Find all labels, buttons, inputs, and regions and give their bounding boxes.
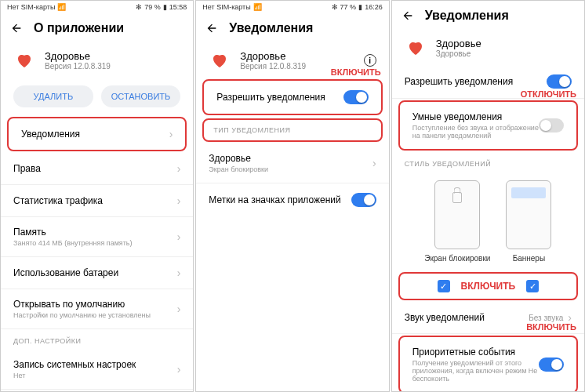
rights-item[interactable]: Права › <box>1 153 193 185</box>
app-icon <box>405 37 427 59</box>
phone-3: Уведомления Здоровье Здоровье Разрешить … <box>391 0 585 392</box>
battery-icon: ▮ <box>163 3 167 11</box>
battery-text: 77 % <box>340 3 357 11</box>
preview-lock[interactable]: Экран блокировки <box>424 180 490 263</box>
back-icon[interactable] <box>402 9 414 22</box>
item-label: Разрешить уведомления <box>405 76 547 87</box>
stop-button[interactable]: ОСТАНОВИТЬ <box>101 85 181 107</box>
item-label: Здоровье <box>209 153 372 164</box>
memory-item[interactable]: ПамятьЗанято 414 МБ (внутренняя память) … <box>1 217 193 257</box>
info-icon[interactable]: i <box>364 54 376 67</box>
header: Уведомления <box>196 13 388 43</box>
item-label: Права <box>13 163 177 174</box>
smart-toggle[interactable] <box>539 118 564 132</box>
item-sub: Экран блокировки <box>209 165 372 173</box>
page-title: О приложении <box>34 21 124 35</box>
traffic-item[interactable]: Статистика трафика › <box>1 185 193 217</box>
button-row: УДАЛИТЬ ОСТАНОВИТЬ <box>1 78 193 115</box>
preview-label: Баннеры <box>513 254 545 263</box>
bt-icon: ✻ <box>136 3 142 11</box>
app-version: Версия 12.0.8.319 <box>45 62 180 71</box>
delete-button[interactable]: УДАЛИТЬ <box>13 85 93 107</box>
priority-item[interactable]: Приоритетные событияПолучение уведомлени… <box>400 337 576 392</box>
highlight-notifications: Уведомления › <box>7 117 187 151</box>
chevron-icon: › <box>177 303 181 315</box>
status-bar: Нет SIM-карты📶 ✻77 %▮16:26 <box>196 1 388 13</box>
highlight-smart: Умные уведомленияПоступление без звука и… <box>398 100 578 151</box>
item-label: Уведомления <box>21 129 169 140</box>
allow-notifications-item[interactable]: Разрешить уведомления <box>204 81 380 114</box>
status-bar: Нет SIM-карты📶 ✻79 %▮15:58 <box>1 1 193 13</box>
allow-toggle[interactable] <box>343 90 369 104</box>
priority-toggle[interactable] <box>539 358 564 372</box>
chevron-icon: › <box>169 128 173 140</box>
time: 15:58 <box>169 3 187 11</box>
item-sub: Нет <box>13 372 177 379</box>
chevron-icon: › <box>177 162 181 175</box>
wifi-icon: 📶 <box>57 3 66 11</box>
enable-text: ВКЛЮЧИТЬ <box>461 281 516 292</box>
battery-icon: ▮ <box>358 3 362 11</box>
smart-item[interactable]: Умные уведомленияПоступление без звука и… <box>400 102 576 149</box>
app-row: Здоровье Здоровье <box>392 31 584 65</box>
notifications-item[interactable]: Уведомления › <box>9 118 185 150</box>
back-icon[interactable] <box>10 22 23 34</box>
section-label: ТИП УВЕДОМЛЕНИЯ <box>204 120 380 140</box>
sim-status: Нет SIM-карты <box>7 3 55 11</box>
highlight-priority: Приоритетные событияПолучение уведомлени… <box>398 336 578 392</box>
page-title: Уведомления <box>229 21 313 35</box>
back-icon[interactable] <box>205 22 218 34</box>
battery-text: 79 % <box>144 3 161 11</box>
item-sub: Настройки по умолчанию не установлены <box>13 311 177 319</box>
time: 16:26 <box>365 3 383 11</box>
phone-1: Нет SIM-карты📶 ✻79 %▮15:58 О приложении … <box>0 0 194 392</box>
wifi-icon: 📶 <box>253 3 262 11</box>
section-label: СТИЛЬ УВЕДОМЛЕНИЙ <box>392 152 584 172</box>
item-label: Приоритетные события <box>412 347 539 358</box>
app-sub: Здоровье <box>436 49 572 58</box>
item-label: Разрешить уведомления <box>216 92 343 103</box>
phone-2: Нет SIM-карты📶 ✻77 %▮16:26 Уведомления З… <box>195 0 389 392</box>
health-item[interactable]: ЗдоровьеЭкран блокировки › <box>196 143 388 183</box>
annotation-disable: ОТКЛЮЧИТЬ <box>521 89 576 99</box>
app-name: Здоровье <box>240 50 354 62</box>
highlight-type: ТИП УВЕДОМЛЕНИЯ <box>202 118 382 142</box>
item-label: Запись системных настроек <box>13 359 177 370</box>
item-label: Память <box>13 227 177 238</box>
syslog-item[interactable]: Запись системных настроекНет › <box>1 350 193 390</box>
header: О приложении <box>1 13 193 43</box>
lock-preview-icon <box>434 180 480 249</box>
lock-checkbox[interactable]: ✓ <box>438 280 450 292</box>
item-label: Метки на значках приложений <box>209 194 351 205</box>
chevron-icon: › <box>177 194 181 207</box>
sim-status: Нет SIM-карты <box>202 3 250 11</box>
highlight-checks: ✓ ВКЛЮЧИТЬ ✓ <box>398 272 578 300</box>
banner-preview-icon <box>506 180 551 249</box>
app-icon <box>209 49 231 71</box>
app-row: Здоровье Версия 12.0.8.319 <box>1 43 193 78</box>
item-label: Открывать по умолчанию <box>13 299 177 310</box>
item-sub: Получение уведомлений от этого приложени… <box>412 359 539 383</box>
chevron-icon: › <box>177 230 181 243</box>
page-title: Уведомления <box>425 9 509 23</box>
preview-banner[interactable]: Баннеры <box>506 180 551 263</box>
item-label: Звук уведомлений <box>405 312 529 323</box>
annotation-enable: ВКЛЮЧИТЬ <box>331 67 381 77</box>
header: Уведомления <box>392 1 584 31</box>
bt-icon: ✻ <box>332 3 338 11</box>
badges-item[interactable]: Метки на значках приложений <box>196 183 388 216</box>
app-name: Здоровье <box>45 50 180 62</box>
chevron-icon: › <box>177 267 181 279</box>
default-item[interactable]: Открывать по умолчаниюНастройки по умолч… <box>1 289 193 329</box>
item-label: Умные уведомления <box>412 111 539 122</box>
badges-toggle[interactable] <box>351 193 376 207</box>
allow-toggle[interactable] <box>547 74 572 89</box>
banner-checkbox[interactable]: ✓ <box>526 280 539 292</box>
section-label: ДОП. НАСТРОЙКИ <box>1 329 193 350</box>
style-preview: Экран блокировки Баннеры <box>392 172 584 270</box>
battery-item[interactable]: Использование батареи › <box>1 257 193 289</box>
chevron-icon: › <box>177 363 181 376</box>
item-sub: Поступление без звука и отображение на п… <box>412 124 539 140</box>
app-name: Здоровье <box>436 38 572 49</box>
item-sub: Занято 414 МБ (внутренняя память) <box>13 239 177 247</box>
